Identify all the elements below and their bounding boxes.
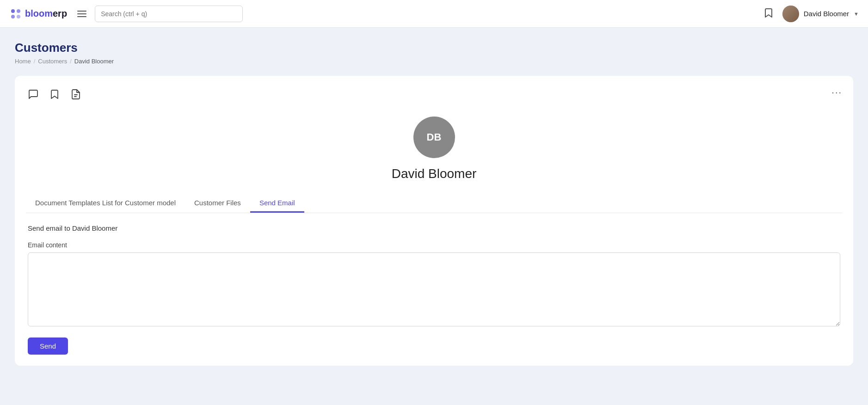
- bookmark-icon: [49, 89, 60, 100]
- email-form-section: Send email to David Bloomer Email conten…: [26, 224, 842, 355]
- chat-icon-button[interactable]: [26, 87, 41, 102]
- tab-send-email[interactable]: Send Email: [250, 194, 304, 213]
- breadcrumb-current: David Bloomer: [74, 58, 114, 65]
- svg-point-1: [17, 9, 20, 13]
- more-options-button[interactable]: ···: [831, 87, 842, 98]
- search-input[interactable]: [95, 6, 243, 22]
- breadcrumb: Home / Customers / David Bloomer: [15, 58, 853, 65]
- user-name-label: David Bloomer: [804, 10, 849, 18]
- logo-text: bloomerp: [25, 8, 67, 19]
- svg-point-3: [17, 15, 20, 18]
- customer-name: David Bloomer: [392, 166, 477, 181]
- navbar-bookmark-button[interactable]: [760, 5, 777, 23]
- hamburger-button[interactable]: [74, 8, 89, 20]
- document-icon: [70, 89, 81, 100]
- app-logo: bloomerp: [9, 7, 67, 20]
- breadcrumb-home[interactable]: Home: [15, 58, 31, 65]
- send-email-button[interactable]: Send: [28, 338, 68, 355]
- bookmark-icon: [763, 7, 774, 18]
- chevron-down-icon: ▼: [854, 11, 859, 17]
- logo-icon: [9, 7, 22, 20]
- svg-point-2: [11, 15, 15, 18]
- avatar-image: [782, 6, 799, 22]
- breadcrumb-customers[interactable]: Customers: [38, 58, 67, 65]
- svg-point-0: [11, 9, 15, 13]
- document-icon-button[interactable]: [68, 87, 83, 102]
- customer-avatar: DB: [413, 117, 455, 158]
- bookmark-icon-button[interactable]: [47, 87, 62, 102]
- customer-initials: DB: [427, 131, 442, 143]
- send-email-description: Send email to David Bloomer: [28, 224, 840, 232]
- card-toolbar: [26, 87, 842, 102]
- avatar: [782, 6, 799, 22]
- tab-doc-templates[interactable]: Document Templates List for Customer mod…: [26, 194, 185, 213]
- page-title: Customers: [15, 41, 853, 55]
- page-content: Customers Home / Customers / David Bloom…: [0, 28, 868, 379]
- chat-icon: [28, 89, 39, 100]
- user-menu[interactable]: David Bloomer ▼: [782, 6, 859, 22]
- breadcrumb-sep-1: /: [34, 58, 36, 65]
- main-card: ··· DB David Bloomer Document Templates …: [15, 76, 853, 366]
- breadcrumb-sep-2: /: [70, 58, 72, 65]
- email-content-label: Email content: [28, 241, 840, 249]
- tab-customer-files[interactable]: Customer Files: [185, 194, 250, 213]
- navbar: bloomerp David Bloomer ▼: [0, 0, 868, 28]
- tabs-container: Document Templates List for Customer mod…: [26, 194, 842, 213]
- customer-profile: DB David Bloomer: [26, 117, 842, 181]
- email-content-textarea[interactable]: [28, 252, 840, 326]
